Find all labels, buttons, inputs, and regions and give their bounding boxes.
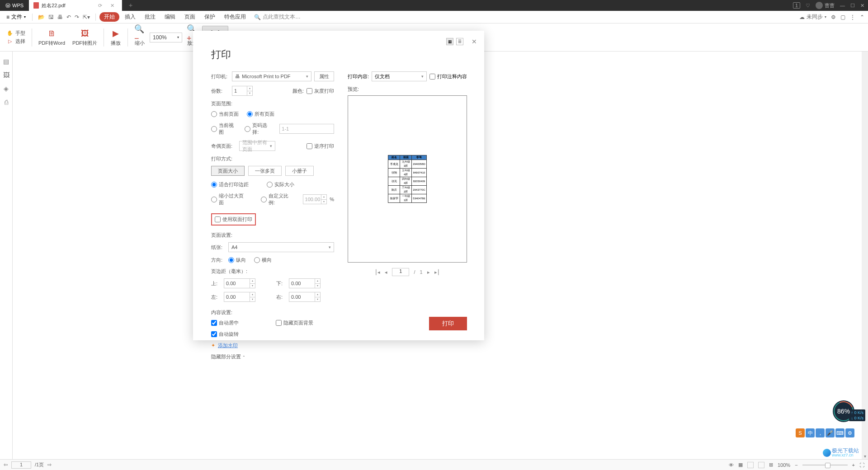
open-icon[interactable]: 📂 [38,14,45,20]
status-prev-icon[interactable]: ⇦ [4,462,8,468]
radio-custom-scale[interactable]: 自定义比例: [261,193,294,206]
hide-bg-checkbox[interactable]: 隐藏页面背景 [276,320,313,326]
radio-page-select[interactable]: 页码选择: [245,122,271,136]
margin-right-input[interactable]: 0.00▴▾ [289,292,321,302]
undo-icon[interactable]: ↶ [66,14,71,20]
pager-next-icon[interactable]: ▸ [427,269,430,275]
tab-protect[interactable]: 保护 [201,12,219,22]
add-watermark-link[interactable]: 添加水印 [218,342,238,349]
scroll-down-icon[interactable]: ▾ [862,453,868,459]
reverse-checkbox[interactable]: 逆序打印 [307,143,334,150]
thumbnail-icon[interactable]: ▤ [3,58,9,65]
properties-button[interactable]: 属性 [314,71,334,81]
gear-icon[interactable]: ⚙ [831,14,836,20]
auto-center-checkbox[interactable]: 自动居中 [211,320,239,326]
sync-status[interactable]: ☁ 未同步 ▾ [799,13,826,21]
search-box[interactable]: 🔍 点此查找文本… [254,13,301,21]
mode-icon-4[interactable]: ⊞ [769,462,773,468]
print-button[interactable]: 打印 [429,317,467,330]
ime-logo-icon[interactable]: S [796,428,805,437]
mode-icon-3[interactable] [758,462,764,468]
radio-actual-size[interactable]: 实际大小 [267,181,294,188]
odd-even-select[interactable]: 范围中所有页面▾ [239,141,275,151]
status-next-icon[interactable]: ⇨ [47,462,52,468]
ime-keyboard-icon[interactable]: ⌨ [835,428,844,437]
radio-fit-margin[interactable]: 适合打印边距 [211,181,249,188]
margin-left-input[interactable]: 0.00▴▾ [224,292,255,302]
zoom-select[interactable]: 100%▾ [150,33,182,42]
ime-punct-icon[interactable]: ， [816,428,825,437]
hide-partial-toggle[interactable]: 隐藏部分设置 ⌃ [211,353,245,360]
print-annot-checkbox[interactable]: 打印注释内容 [429,73,467,80]
user-menu[interactable]: 曹曹 [816,2,835,9]
radio-current-page[interactable]: 当前页面 [211,111,239,118]
badge-icon[interactable]: 1 [793,2,800,9]
zoom-plus-icon[interactable]: + [852,462,855,468]
radio-shrink[interactable]: 缩小过大页面 [211,193,248,206]
play-button[interactable]: ▶播放 [108,26,124,48]
ime-toolbar[interactable]: S 中 ， 🎤 ⌨ ⚙ [796,428,854,437]
mode-icon-1[interactable]: ▦ [738,462,743,468]
close-icon[interactable]: ✕ [860,3,864,9]
radio-portrait[interactable]: 纵向 [228,257,246,263]
paper-select[interactable]: A4▾ [228,242,334,252]
pager-prev-icon[interactable]: ◂ [385,269,387,275]
collapse-icon[interactable]: ⌃ [860,14,864,20]
radio-current-view[interactable]: 当前视图 [211,122,236,136]
tab-refresh-icon[interactable]: ⟳ [95,3,105,9]
duplex-checkbox[interactable]: 使用双面打印 [215,216,252,223]
page-select-input[interactable]: 1-1 [279,124,334,134]
tab-review[interactable]: 批注 [141,12,159,22]
pdf-to-pic[interactable]: 🖼PDF转图片 [70,26,100,48]
tab-edit[interactable]: 编辑 [161,12,179,22]
pager-first-icon[interactable]: ⎮◂ [375,269,380,275]
hand-tool[interactable]: ✋手型 [6,30,25,37]
ime-settings-icon[interactable]: ⚙ [845,428,854,437]
radio-landscape[interactable]: 横向 [254,257,272,263]
save-icon[interactable]: 🖫 [48,14,54,20]
margin-bottom-input[interactable]: 0.00▴▾ [289,278,321,288]
zoom-minus-icon[interactable]: − [795,462,797,468]
attachment-icon[interactable]: ⎙ [5,99,8,106]
tab-insert[interactable]: 插入 [121,12,139,22]
dialog-close-icon[interactable]: ✕ [472,38,477,45]
export-icon[interactable]: ⇱▾ [83,14,90,20]
bookmark-icon[interactable]: ◈ [4,85,9,92]
printer-select[interactable]: 🖶Microsoft Print to PDF ▾ [232,71,311,81]
mode-icon-2[interactable] [747,462,754,468]
vertical-scrollbar[interactable]: ▾ [862,52,868,459]
status-page-input[interactable]: 1 [11,461,31,469]
maximize-icon[interactable]: ☐ [850,3,855,9]
copies-input[interactable]: 1 ▴▾ [232,86,253,96]
mode-page-size[interactable]: 页面大小 [211,166,245,176]
tab-page[interactable]: 页面 [181,12,199,22]
redo-icon[interactable]: ↷ [75,14,79,20]
eye-icon[interactable]: 👁 [729,462,734,468]
tab-special[interactable]: 特色应用 [221,12,250,22]
view-grid-icon[interactable]: ▦ [446,38,453,45]
ime-voice-icon[interactable]: 🎤 [826,428,835,437]
grayscale-checkbox[interactable]: 灰度打印 [307,88,334,94]
view-list-icon[interactable]: ☰ [456,38,463,45]
zoom-out[interactable]: 🔍−缩小 [132,26,148,48]
gift-icon[interactable]: ♡ [806,3,810,9]
print-content-select[interactable]: 仅文档▾ [372,71,427,81]
tab-start[interactable]: 开始 [99,12,119,22]
new-tab-button[interactable]: ＋ [122,1,139,9]
select-tool[interactable]: ▷选择 [6,38,25,45]
comment-icon[interactable]: ▢ [840,14,845,20]
radio-all-pages[interactable]: 所有页面 [247,111,274,118]
tab-close-icon[interactable]: ✕ [108,3,117,9]
zoom-slider[interactable] [802,465,848,465]
auto-rotate-checkbox[interactable]: 自动旋转 [211,331,239,338]
mode-multi[interactable]: 一张多页 [248,166,282,176]
mode-booklet[interactable]: 小册子 [285,166,314,176]
pager-input[interactable]: 1 [392,268,409,276]
minimize-icon[interactable]: — [840,3,845,8]
scale-input[interactable]: 100.00▴▾ [303,194,327,204]
fullscreen-icon[interactable]: ⛶ [859,462,864,468]
image-icon[interactable]: 🖼 [3,71,9,79]
pager-last-icon[interactable]: ▸⎮ [434,269,440,275]
pdf-to-word[interactable]: 🗎PDF转Word [36,26,68,48]
ime-lang[interactable]: 中 [806,428,815,437]
